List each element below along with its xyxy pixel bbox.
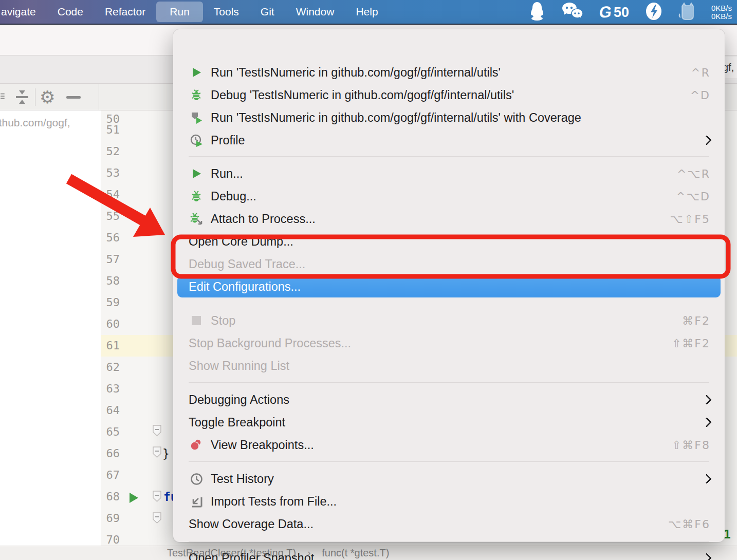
menubar-item-code[interactable]: Code: [47, 3, 94, 21]
menu-item-debug-dialog[interactable]: Debug... ^⌥D: [173, 185, 725, 208]
qq-penguin-icon[interactable]: [528, 1, 546, 24]
menu-item-debugging-actions[interactable]: Debugging Actions: [173, 388, 725, 411]
line-number: 51: [101, 119, 120, 141]
fold-guide-line: [157, 110, 157, 546]
line-number: 52: [101, 141, 120, 162]
submenu-arrow-icon: [702, 474, 712, 484]
line-number: 67: [101, 464, 120, 486]
debug-icon: [189, 88, 204, 102]
menu-item-debug-saved-trace: Debug Saved Trace...: [173, 253, 725, 275]
menubar-status-icons: G50 0KB/s 0KB/s: [528, 0, 732, 25]
select-opened-file-icon[interactable]: [0, 90, 5, 104]
menu-selection-highlight: Edit Configurations...: [177, 276, 721, 297]
hide-panel-icon[interactable]: [66, 96, 81, 99]
menu-separator: [189, 382, 709, 383]
project-panel-toolbar: ⚙: [0, 84, 99, 110]
collapse-all-icon[interactable]: [13, 89, 31, 105]
wechat-icon[interactable]: [561, 2, 584, 24]
menubar-item-window[interactable]: Window: [285, 3, 345, 21]
menu-item-run-dialog[interactable]: Run... ^⌥R: [173, 162, 725, 185]
menubar-item-help[interactable]: Help: [345, 3, 389, 21]
submenu-arrow-icon: [702, 417, 712, 427]
gear-icon[interactable]: ⚙: [40, 88, 55, 106]
import-tests-icon: [189, 494, 204, 509]
menu-item-test-history[interactable]: Test History: [173, 468, 725, 490]
toolbar-divider: [35, 88, 35, 106]
fold-marker-icon[interactable]: [152, 424, 162, 436]
line-number-current: 61: [101, 335, 120, 357]
fold-marker-icon[interactable]: [152, 490, 162, 501]
line-number: 60: [101, 313, 120, 335]
line-number: 69: [101, 508, 120, 529]
line-number: 56: [101, 227, 120, 249]
menu-item-stop: Stop ⌘F2: [173, 309, 725, 332]
menu-item-open-core-dump[interactable]: Open Core Dump...: [173, 230, 725, 253]
submenu-arrow-icon: [702, 135, 712, 145]
line-number: 55: [101, 206, 120, 227]
editor-gutter[interactable]: 50 51 52 53 54 55 56 57 58 59 60 61 62 6…: [101, 110, 123, 546]
run-menu-popup: Run 'TestIsNumeric in github.com/gogf/gf…: [173, 29, 725, 542]
line-number: 68: [101, 486, 120, 508]
line-number: 54: [101, 184, 120, 206]
line-number: 63: [101, 378, 120, 400]
profile-icon: [189, 133, 204, 147]
run-icon: [189, 65, 204, 80]
lightning-ball-icon[interactable]: [644, 2, 663, 24]
line-number: 66: [101, 443, 120, 464]
macos-menu-bar: avigate Code Refactor Run Tools Git Wind…: [0, 0, 737, 25]
menubar-item-tools[interactable]: Tools: [203, 3, 250, 21]
run-icon: [189, 166, 204, 181]
menu-item-toggle-breakpoint[interactable]: Toggle Breakpoint: [173, 411, 725, 434]
menu-item-run-test[interactable]: Run 'TestIsNumeric in github.com/gogf/gf…: [173, 61, 725, 84]
menu-item-show-coverage-data[interactable]: Show Coverage Data... ⌥⌘F6: [173, 513, 725, 535]
cat-icon[interactable]: [678, 1, 696, 24]
network-speed-indicator: 0KB/s 0KB/s: [711, 4, 732, 21]
history-clock-icon: [189, 472, 204, 486]
menu-item-edit-configurations[interactable]: Edit Configurations...: [173, 276, 725, 297]
menubar-item-git[interactable]: Git: [250, 3, 285, 21]
line-number: 53: [101, 162, 120, 184]
project-panel[interactable]: ithub.com/gogf,: [0, 110, 101, 546]
line-number: 59: [101, 292, 120, 313]
menu-separator: [189, 541, 709, 542]
menu-separator: [189, 156, 709, 157]
menu-item-debug-test[interactable]: Debug 'TestIsNumeric in github.com/gogf/…: [173, 84, 725, 106]
menu-item-run-with-coverage[interactable]: Run 'TestIsNumeric in github.com/gogf/gf…: [173, 106, 725, 129]
menubar-item-navigate[interactable]: avigate: [0, 3, 47, 21]
g-badge-icon[interactable]: G50: [599, 3, 629, 22]
breakpoints-icon: [189, 438, 204, 452]
run-test-gutter-icon[interactable]: [130, 493, 138, 503]
menu-item-attach-to-process[interactable]: Attach to Process... ⌥⇧F5: [173, 208, 725, 230]
menu-item-show-running-list: Show Running List: [173, 354, 725, 377]
submenu-arrow-icon: [702, 395, 712, 405]
line-number: 57: [101, 249, 120, 270]
code-text-fragment: 1 `: [724, 528, 737, 541]
menu-item-stop-background-processes: Stop Background Processes... ⇧⌘F2: [173, 332, 725, 354]
line-number: 64: [101, 400, 120, 421]
menu-item-open-profiler-snapshot[interactable]: Open Profiler Snapshot: [173, 547, 725, 560]
editor-tab-fragment[interactable]: gf,: [723, 57, 737, 79]
debug-icon: [189, 189, 204, 203]
menubar-item-run[interactable]: Run: [156, 2, 203, 22]
menubar-item-refactor[interactable]: Refactor: [94, 3, 156, 21]
fold-marker-icon[interactable]: [152, 446, 162, 457]
line-number: 65: [101, 421, 120, 443]
line-number: 62: [101, 357, 120, 378]
submenu-arrow-icon: [702, 553, 712, 560]
line-number: 58: [101, 270, 120, 292]
coverage-icon: [189, 110, 204, 125]
menu-item-import-tests[interactable]: Import Tests from File...: [173, 490, 725, 513]
code-text: }: [162, 447, 170, 460]
project-tree-item[interactable]: ithub.com/gogf,: [0, 117, 70, 129]
menu-separator: [189, 461, 709, 462]
menu-item-profile[interactable]: Profile: [173, 129, 725, 152]
line-number: 70: [101, 529, 120, 546]
attach-process-icon: [189, 212, 204, 226]
fold-marker-icon[interactable]: [152, 512, 162, 523]
menu-item-view-breakpoints[interactable]: View Breakpoints... ⇧⌘F8: [173, 434, 725, 456]
stop-icon: [189, 313, 204, 328]
